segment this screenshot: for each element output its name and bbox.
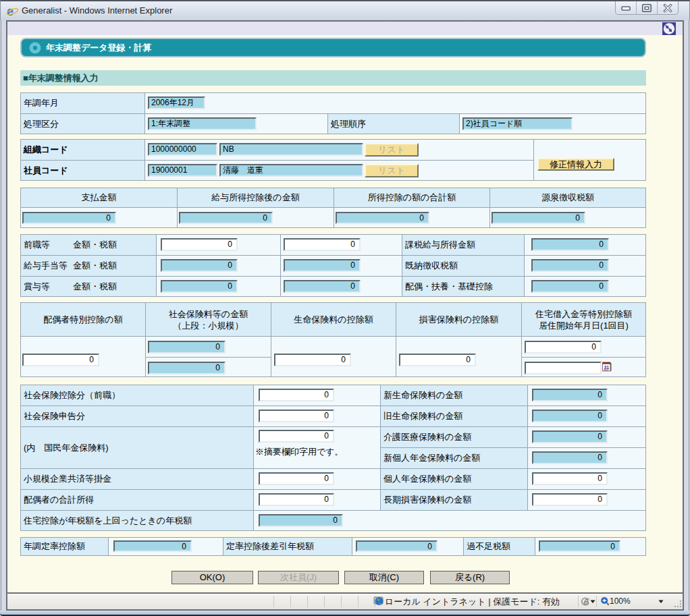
svg-text:31: 31 <box>604 365 609 370</box>
